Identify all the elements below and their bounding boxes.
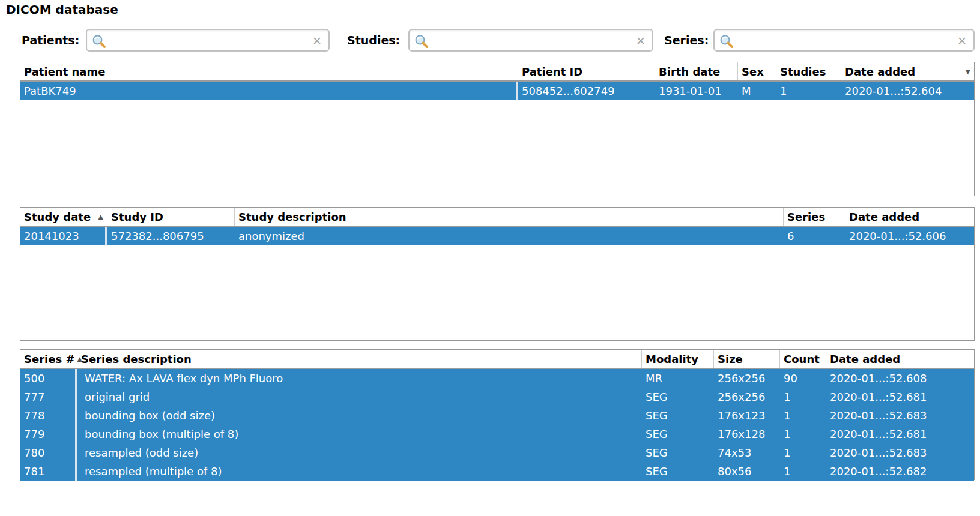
study-description-cell[interactable]: anonymized: [235, 227, 784, 245]
column-header-modality[interactable]: Modality: [642, 350, 714, 368]
sort-descending-icon: ▼: [963, 68, 970, 76]
date-added-cell[interactable]: 2020-01...:52.608: [826, 369, 974, 388]
column-header-sex[interactable]: Sex: [738, 62, 776, 80]
birth-date-cell[interactable]: 1931-01-01: [655, 82, 738, 100]
column-header-count[interactable]: Count: [780, 350, 826, 368]
series-description-cell[interactable]: resampled (odd size): [77, 443, 642, 462]
series-count-cell[interactable]: 6: [784, 227, 845, 245]
size-cell[interactable]: 256x256: [714, 388, 780, 406]
patients-search-input[interactable]: [110, 31, 306, 50]
count-cell[interactable]: 1: [780, 425, 826, 443]
clear-icon[interactable]: ✕: [955, 35, 969, 48]
modality-cell[interactable]: SEG: [642, 462, 714, 481]
clear-icon[interactable]: ✕: [634, 35, 647, 48]
sort-ascending-icon: ▲: [96, 213, 103, 221]
patient-name-cell[interactable]: PatBK749: [20, 82, 518, 100]
search-icon: [719, 34, 734, 49]
modality-cell[interactable]: SEG: [642, 388, 714, 406]
search-icon: [414, 34, 429, 49]
modality-cell[interactable]: SEG: [642, 406, 714, 425]
column-header-study-date[interactable]: Study date ▲: [20, 208, 107, 226]
date-added-cell[interactable]: 2020-01...:52.682: [826, 462, 974, 481]
series-row[interactable]: 500 WATER: Ax LAVA flex dyn MPh Fluoro M…: [20, 369, 974, 388]
series-number-cell[interactable]: 781: [20, 462, 77, 481]
column-header-patient-name[interactable]: Patient name: [20, 62, 518, 80]
series-description-cell[interactable]: WATER: Ax LAVA flex dyn MPh Fluoro: [77, 369, 642, 388]
study-row[interactable]: 20141023 572382...806795 anonymized 6 20…: [20, 227, 974, 245]
series-number-cell[interactable]: 500: [20, 369, 77, 388]
series-number-cell[interactable]: 777: [20, 388, 77, 406]
column-header-date-added[interactable]: Date added ▼: [841, 62, 974, 80]
column-header-series-description[interactable]: Series description: [77, 350, 642, 368]
column-header-series[interactable]: Series: [784, 208, 845, 226]
date-added-cell[interactable]: 2020-01...:52.681: [826, 425, 974, 443]
date-added-cell[interactable]: 2020-01...:52.683: [826, 406, 974, 425]
series-row[interactable]: 780 resampled (odd size) SEG 74x53 1 202…: [20, 443, 974, 462]
studies-search-input[interactable]: [432, 31, 629, 50]
count-cell[interactable]: 1: [780, 388, 826, 406]
column-header-date-added[interactable]: Date added: [826, 350, 974, 368]
series-number-cell[interactable]: 780: [20, 443, 77, 462]
column-header-date-added[interactable]: Date added: [845, 208, 974, 226]
modality-cell[interactable]: SEG: [642, 425, 714, 443]
series-row[interactable]: 779 bounding box (multiple of 8) SEG 176…: [20, 425, 974, 443]
studies-count-cell[interactable]: 1: [776, 82, 841, 100]
count-cell[interactable]: 1: [780, 462, 826, 481]
series-table: Series # ▲ Series description Modality S…: [20, 349, 975, 480]
size-cell[interactable]: 74x53: [714, 443, 780, 462]
series-description-cell[interactable]: bounding box (multiple of 8): [77, 425, 642, 443]
series-description-cell[interactable]: bounding box (odd size): [77, 406, 642, 425]
size-cell[interactable]: 176x123: [714, 406, 780, 425]
column-header-studies[interactable]: Studies: [776, 62, 841, 80]
sex-cell[interactable]: M: [738, 82, 776, 100]
page-title: DICOM database: [6, 2, 118, 17]
count-cell[interactable]: 1: [780, 443, 826, 462]
size-cell[interactable]: 80x56: [714, 462, 780, 481]
patients-filter-label: Patients:: [22, 29, 79, 52]
column-header-patient-id[interactable]: Patient ID: [518, 62, 655, 80]
series-filter-label: Series:: [664, 29, 709, 52]
studies-table: Study date ▲ Study ID Study description …: [20, 207, 975, 341]
series-description-cell[interactable]: resampled (multiple of 8): [77, 462, 642, 481]
clear-icon[interactable]: ✕: [310, 35, 324, 48]
patients-table: Patient name Patient ID Birth date Sex S…: [20, 62, 975, 196]
count-cell[interactable]: 1: [780, 406, 826, 425]
modality-cell[interactable]: MR: [642, 369, 714, 388]
series-row[interactable]: 778 bounding box (odd size) SEG 176x123 …: [20, 406, 974, 425]
series-search-box: ✕: [713, 29, 975, 52]
modality-cell[interactable]: SEG: [642, 443, 714, 462]
series-description-cell[interactable]: original grid: [77, 388, 642, 406]
column-header-birth-date[interactable]: Birth date: [655, 62, 738, 80]
column-header-series-number[interactable]: Series # ▲: [20, 350, 77, 368]
series-row[interactable]: 777 original grid SEG 256x256 1 2020-01.…: [20, 388, 974, 406]
search-icon: [92, 34, 106, 49]
study-date-cell[interactable]: 20141023: [20, 227, 107, 245]
studies-filter-label: Studies:: [347, 29, 400, 52]
count-cell[interactable]: 90: [780, 369, 826, 388]
studies-table-header: Study date ▲ Study ID Study description …: [20, 208, 974, 227]
patients-table-header: Patient name Patient ID Birth date Sex S…: [20, 62, 974, 82]
date-added-cell[interactable]: 2020-01...:52.606: [845, 227, 974, 245]
series-search-input[interactable]: [737, 31, 951, 50]
column-header-study-id[interactable]: Study ID: [107, 208, 235, 226]
date-added-cell[interactable]: 2020-01...:52.604: [841, 82, 974, 100]
series-row[interactable]: 781 resampled (multiple of 8) SEG 80x56 …: [20, 462, 974, 481]
studies-search-box: ✕: [408, 29, 653, 52]
date-added-cell[interactable]: 2020-01...:52.683: [826, 443, 974, 462]
column-header-study-description[interactable]: Study description: [235, 208, 784, 226]
series-number-cell[interactable]: 778: [20, 406, 77, 425]
series-table-header: Series # ▲ Series description Modality S…: [20, 350, 974, 369]
patient-id-cell[interactable]: 508452...602749: [518, 82, 655, 100]
series-number-cell[interactable]: 779: [20, 425, 77, 443]
column-header-size[interactable]: Size: [714, 350, 780, 368]
size-cell[interactable]: 256x256: [714, 369, 780, 388]
size-cell[interactable]: 176x128: [714, 425, 780, 443]
study-id-cell[interactable]: 572382...806795: [107, 227, 235, 245]
date-added-cell[interactable]: 2020-01...:52.681: [826, 388, 974, 406]
patients-search-box: ✕: [86, 29, 330, 52]
patient-row[interactable]: PatBK749 508452...602749 1931-01-01 M 1 …: [20, 82, 974, 100]
